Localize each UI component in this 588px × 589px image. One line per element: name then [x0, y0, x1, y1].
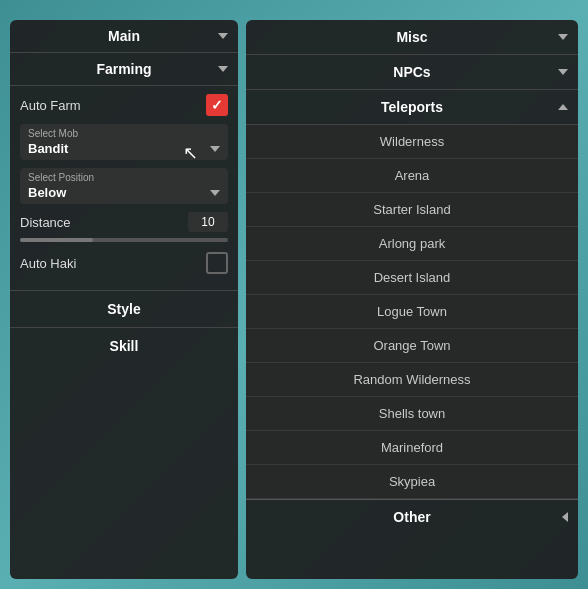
skill-row[interactable]: Skill [10, 327, 238, 364]
farming-chevron-icon [218, 66, 228, 72]
select-position-value-row: Below [28, 185, 220, 200]
teleports-label: Teleports [381, 99, 443, 115]
auto-haki-checkbox[interactable] [206, 252, 228, 274]
auto-farm-checkbox[interactable] [206, 94, 228, 116]
select-position-value: Below [28, 185, 66, 200]
npcs-header[interactable]: NPCs [246, 55, 578, 90]
teleport-item[interactable]: Desert Island [246, 261, 578, 295]
teleports-header[interactable]: Teleports [246, 90, 578, 125]
distance-label: Distance [20, 215, 71, 230]
misc-label: Misc [396, 29, 427, 45]
main-header[interactable]: Main [10, 20, 238, 53]
teleport-item[interactable]: Shells town [246, 397, 578, 431]
teleport-item[interactable]: Logue Town [246, 295, 578, 329]
style-label: Style [107, 301, 140, 317]
auto-haki-label: Auto Haki [20, 256, 76, 271]
main-chevron-icon [218, 33, 228, 39]
slider-fill [20, 238, 93, 242]
teleport-item[interactable]: Marineford [246, 431, 578, 465]
misc-chevron-icon [558, 34, 568, 40]
teleport-item[interactable]: Skypiea [246, 465, 578, 499]
select-mob-value-row: Bandit [28, 141, 220, 156]
teleport-item[interactable]: Orange Town [246, 329, 578, 363]
teleports-chevron-icon [558, 104, 568, 110]
position-dropdown-chevron-icon [210, 190, 220, 196]
other-header[interactable]: Other [246, 499, 578, 534]
other-chevron-icon [562, 512, 568, 522]
skill-label: Skill [110, 338, 139, 354]
farm-content: Auto Farm Select Mob Bandit ↖ Select Pos… [10, 86, 238, 290]
teleport-item[interactable]: Arena [246, 159, 578, 193]
misc-header[interactable]: Misc [246, 20, 578, 55]
npcs-label: NPCs [393, 64, 430, 80]
npcs-chevron-icon [558, 69, 568, 75]
auto-haki-row: Auto Haki [20, 252, 228, 274]
auto-farm-label: Auto Farm [20, 98, 81, 113]
main-label: Main [108, 28, 140, 44]
teleport-item[interactable]: Wilderness [246, 125, 578, 159]
select-mob-dropdown[interactable]: Select Mob Bandit ↖ [20, 124, 228, 160]
teleport-list: WildernessArenaStarter IslandArlong park… [246, 125, 578, 499]
distance-row: Distance 10 [20, 212, 228, 232]
other-label: Other [393, 509, 430, 525]
left-panel: Main Farming Auto Farm Select Mob Bandit [10, 20, 238, 579]
style-row[interactable]: Style [10, 290, 238, 327]
auto-farm-row: Auto Farm [20, 94, 228, 116]
select-position-dropdown[interactable]: Select Position Below [20, 168, 228, 204]
farming-header[interactable]: Farming [10, 53, 238, 86]
teleport-item[interactable]: Random Wilderness [246, 363, 578, 397]
select-mob-value: Bandit [28, 141, 68, 156]
farming-label: Farming [96, 61, 151, 77]
mob-dropdown-chevron-icon [210, 146, 220, 152]
distance-slider[interactable] [20, 238, 228, 242]
right-panel: Misc NPCs Teleports WildernessArenaStart… [246, 20, 578, 579]
teleport-item[interactable]: Starter Island [246, 193, 578, 227]
select-position-label: Select Position [28, 172, 220, 183]
teleport-item[interactable]: Arlong park [246, 227, 578, 261]
distance-value: 10 [188, 212, 228, 232]
select-mob-label: Select Mob [28, 128, 220, 139]
